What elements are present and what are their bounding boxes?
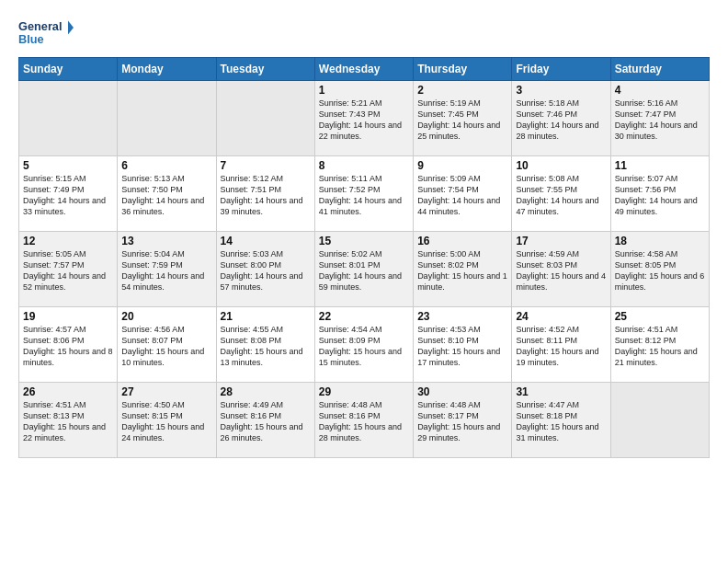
- day-info: Sunrise: 4:58 AMSunset: 8:05 PMDaylight:…: [615, 249, 705, 292]
- day-info: Sunrise: 4:48 AMSunset: 8:17 PMDaylight:…: [417, 400, 500, 442]
- calendar-cell: 6 Sunrise: 5:13 AMSunset: 7:50 PMDayligh…: [118, 156, 216, 232]
- day-number: 26: [23, 385, 113, 398]
- day-info: Sunrise: 5:09 AMSunset: 7:54 PMDaylight:…: [417, 174, 500, 216]
- day-info: Sunrise: 4:54 AMSunset: 8:09 PMDaylight:…: [319, 325, 402, 367]
- day-number: 31: [516, 385, 606, 398]
- day-info: Sunrise: 4:51 AMSunset: 8:12 PMDaylight:…: [615, 325, 698, 367]
- calendar-row: 19 Sunrise: 4:57 AMSunset: 8:06 PMDaylig…: [19, 307, 710, 383]
- day-info: Sunrise: 4:49 AMSunset: 8:16 PMDaylight:…: [221, 400, 303, 442]
- day-info: Sunrise: 5:18 AMSunset: 7:46 PMDaylight:…: [516, 98, 598, 141]
- day-info: Sunrise: 4:52 AMSunset: 8:11 PMDaylight:…: [516, 325, 598, 367]
- day-info: Sunrise: 5:15 AMSunset: 7:49 PMDaylight:…: [23, 174, 106, 216]
- calendar-cell: 15 Sunrise: 5:02 AMSunset: 8:01 PMDaylig…: [314, 232, 413, 307]
- day-number: 12: [23, 235, 113, 247]
- calendar-cell: 21 Sunrise: 4:55 AMSunset: 8:08 PMDaylig…: [216, 307, 314, 383]
- day-number: 3: [516, 84, 606, 97]
- calendar-cell: 3 Sunrise: 5:18 AMSunset: 7:46 PMDayligh…: [512, 81, 610, 156]
- day-number: 18: [615, 235, 705, 247]
- weekday-header: Sunday: [19, 58, 118, 81]
- calendar-cell: 2 Sunrise: 5:19 AMSunset: 7:45 PMDayligh…: [414, 81, 512, 156]
- calendar-cell: [216, 81, 314, 156]
- day-number: 27: [121, 385, 211, 398]
- calendar: SundayMondayTuesdayWednesdayThursdayFrid…: [18, 57, 710, 458]
- calendar-cell: 27 Sunrise: 4:50 AMSunset: 8:15 PMDaylig…: [118, 383, 216, 458]
- calendar-cell: 10 Sunrise: 5:08 AMSunset: 7:55 PMDaylig…: [512, 156, 610, 232]
- day-number: 14: [221, 235, 311, 247]
- day-number: 28: [221, 385, 311, 398]
- calendar-cell: 5 Sunrise: 5:15 AMSunset: 7:49 PMDayligh…: [19, 156, 118, 232]
- calendar-cell: 17 Sunrise: 4:59 AMSunset: 8:03 PMDaylig…: [512, 232, 610, 307]
- calendar-cell: 24 Sunrise: 4:52 AMSunset: 8:11 PMDaylig…: [512, 307, 610, 383]
- day-info: Sunrise: 5:13 AMSunset: 7:50 PMDaylight:…: [121, 174, 204, 216]
- calendar-cell: 16 Sunrise: 5:00 AMSunset: 8:02 PMDaylig…: [414, 232, 512, 307]
- day-number: 7: [221, 159, 311, 172]
- day-number: 22: [319, 310, 409, 323]
- day-info: Sunrise: 4:55 AMSunset: 8:08 PMDaylight:…: [221, 325, 303, 367]
- logo-svg: General Blue: [18, 15, 74, 52]
- day-number: 20: [121, 310, 211, 323]
- day-number: 16: [417, 235, 507, 247]
- day-number: 25: [615, 310, 705, 323]
- calendar-cell: 25 Sunrise: 4:51 AMSunset: 8:12 PMDaylig…: [610, 307, 709, 383]
- day-info: Sunrise: 5:19 AMSunset: 7:45 PMDaylight:…: [417, 98, 500, 141]
- day-number: 21: [221, 310, 311, 323]
- calendar-cell: 12 Sunrise: 5:05 AMSunset: 7:57 PMDaylig…: [19, 232, 118, 307]
- day-info: Sunrise: 4:50 AMSunset: 8:15 PMDaylight:…: [121, 400, 204, 442]
- header: General Blue: [18, 15, 710, 52]
- day-info: Sunrise: 5:05 AMSunset: 7:57 PMDaylight:…: [23, 249, 106, 292]
- day-info: Sunrise: 4:53 AMSunset: 8:10 PMDaylight:…: [417, 325, 500, 367]
- day-number: 15: [319, 235, 409, 247]
- weekday-header: Monday: [118, 58, 216, 81]
- calendar-cell: 23 Sunrise: 4:53 AMSunset: 8:10 PMDaylig…: [414, 307, 512, 383]
- day-number: 6: [121, 159, 211, 172]
- calendar-cell: 18 Sunrise: 4:58 AMSunset: 8:05 PMDaylig…: [610, 232, 709, 307]
- day-number: 5: [23, 159, 113, 172]
- day-number: 1: [319, 84, 409, 97]
- day-info: Sunrise: 5:21 AMSunset: 7:43 PMDaylight:…: [319, 98, 402, 141]
- calendar-row: 5 Sunrise: 5:15 AMSunset: 7:49 PMDayligh…: [19, 156, 710, 232]
- day-number: 10: [516, 159, 606, 172]
- calendar-cell: 20 Sunrise: 4:56 AMSunset: 8:07 PMDaylig…: [118, 307, 216, 383]
- calendar-cell: 31 Sunrise: 4:47 AMSunset: 8:18 PMDaylig…: [512, 383, 610, 458]
- day-info: Sunrise: 4:47 AMSunset: 8:18 PMDaylight:…: [516, 400, 598, 442]
- day-info: Sunrise: 5:03 AMSunset: 8:00 PMDaylight:…: [221, 249, 303, 292]
- day-info: Sunrise: 4:59 AMSunset: 8:03 PMDaylight:…: [516, 249, 606, 292]
- svg-text:Blue: Blue: [18, 32, 44, 46]
- svg-text:General: General: [18, 19, 62, 33]
- calendar-cell: [118, 81, 216, 156]
- day-info: Sunrise: 5:08 AMSunset: 7:55 PMDaylight:…: [516, 174, 598, 216]
- day-info: Sunrise: 5:02 AMSunset: 8:01 PMDaylight:…: [319, 249, 402, 292]
- calendar-cell: 11 Sunrise: 5:07 AMSunset: 7:56 PMDaylig…: [610, 156, 709, 232]
- calendar-cell: 22 Sunrise: 4:54 AMSunset: 8:09 PMDaylig…: [314, 307, 413, 383]
- weekday-header: Tuesday: [216, 58, 314, 81]
- calendar-row: 12 Sunrise: 5:05 AMSunset: 7:57 PMDaylig…: [19, 232, 710, 307]
- day-info: Sunrise: 5:12 AMSunset: 7:51 PMDaylight:…: [221, 174, 303, 216]
- day-number: 29: [319, 385, 409, 398]
- day-number: 19: [23, 310, 113, 323]
- day-info: Sunrise: 5:07 AMSunset: 7:56 PMDaylight:…: [615, 174, 698, 216]
- day-info: Sunrise: 4:57 AMSunset: 8:06 PMDaylight:…: [23, 325, 113, 367]
- calendar-cell: 14 Sunrise: 5:03 AMSunset: 8:00 PMDaylig…: [216, 232, 314, 307]
- weekday-header: Wednesday: [314, 58, 413, 81]
- calendar-cell: 13 Sunrise: 5:04 AMSunset: 7:59 PMDaylig…: [118, 232, 216, 307]
- day-info: Sunrise: 4:48 AMSunset: 8:16 PMDaylight:…: [319, 400, 402, 442]
- weekday-header: Thursday: [414, 58, 512, 81]
- calendar-cell: 4 Sunrise: 5:16 AMSunset: 7:47 PMDayligh…: [610, 81, 709, 156]
- calendar-cell: [19, 81, 118, 156]
- weekday-header: Saturday: [610, 58, 709, 81]
- day-number: 4: [615, 84, 705, 97]
- calendar-cell: 1 Sunrise: 5:21 AMSunset: 7:43 PMDayligh…: [314, 81, 413, 156]
- day-number: 30: [417, 385, 507, 398]
- day-info: Sunrise: 5:04 AMSunset: 7:59 PMDaylight:…: [121, 249, 204, 292]
- day-number: 23: [417, 310, 507, 323]
- calendar-cell: 30 Sunrise: 4:48 AMSunset: 8:17 PMDaylig…: [414, 383, 512, 458]
- day-info: Sunrise: 5:11 AMSunset: 7:52 PMDaylight:…: [319, 174, 402, 216]
- page: General Blue SundayMondayTuesdayWednesda…: [0, 0, 728, 467]
- day-info: Sunrise: 4:56 AMSunset: 8:07 PMDaylight:…: [121, 325, 204, 367]
- day-number: 2: [417, 84, 507, 97]
- day-info: Sunrise: 5:00 AMSunset: 8:02 PMDaylight:…: [417, 249, 507, 292]
- calendar-row: 26 Sunrise: 4:51 AMSunset: 8:13 PMDaylig…: [19, 383, 710, 458]
- day-number: 13: [121, 235, 211, 247]
- calendar-row: 1 Sunrise: 5:21 AMSunset: 7:43 PMDayligh…: [19, 81, 710, 156]
- day-number: 11: [615, 159, 705, 172]
